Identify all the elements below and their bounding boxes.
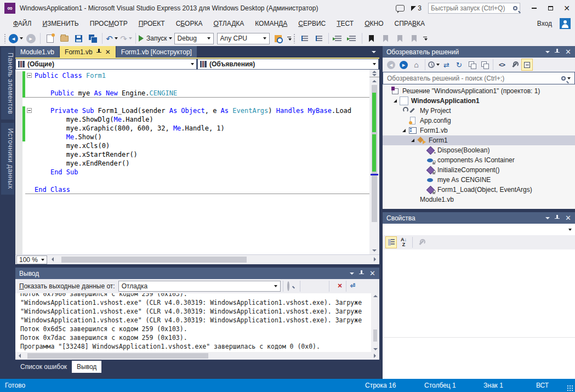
uncomment-button[interactable] (346, 32, 359, 45)
output-horizontal-scrollbar[interactable] (15, 352, 379, 360)
configuration-combo[interactable]: Debug (174, 33, 214, 44)
expand-arrow-icon[interactable] (411, 139, 414, 142)
code-editor[interactable]: Public Class Form1 Public mye As New Eng… (15, 70, 379, 254)
split-window-handle[interactable] (369, 70, 379, 77)
doc-tab[interactable]: Module1.vb (15, 46, 59, 58)
open-file-button[interactable] (58, 32, 71, 45)
scrollbar-thumb[interactable] (27, 353, 208, 359)
properties-object-combo[interactable] (383, 224, 575, 235)
doc-tab[interactable]: Form1.vb [Конструктор] (116, 46, 197, 58)
tree-item[interactable]: Решение "WindowsApplication1" (проектов:… (383, 86, 575, 96)
side-tab[interactable]: Панель элементов (1, 47, 14, 120)
save-button[interactable] (72, 32, 85, 45)
code-line[interactable]: Me.Show() (15, 133, 369, 141)
code-line[interactable]: mye.xGraphic(800, 600, 32, Me.Handle, 1) (15, 124, 369, 133)
code-empty-area[interactable] (15, 194, 369, 254)
platform-combo[interactable]: Any CPU (217, 33, 270, 44)
property-pages-button[interactable] (415, 236, 427, 248)
toolbar-grip[interactable] (4, 33, 7, 43)
find-in-files-button[interactable] (272, 32, 285, 45)
scroll-left-arrow[interactable] (19, 354, 21, 358)
account-avatar-icon[interactable] (560, 18, 571, 29)
indent-increase-button[interactable] (312, 32, 326, 45)
close-icon[interactable]: ✕ (565, 214, 571, 221)
tree-item[interactable]: App.config (383, 116, 575, 126)
members-dropdown[interactable]: (Объявления) (197, 59, 379, 70)
view-code-button[interactable]: <> (496, 59, 508, 71)
scroll-right-arrow[interactable] (374, 354, 376, 358)
next-bookmark-button[interactable] (394, 32, 407, 45)
tree-item[interactable]: Module1.vb (383, 195, 575, 204)
home-button[interactable]: ⌂ (411, 59, 422, 71)
start-debug-button[interactable]: Запуск (139, 32, 172, 45)
tree-item[interactable]: WindowsApplication1 (383, 96, 575, 106)
clear-all-icon[interactable]: ✕ (333, 282, 342, 290)
code-line[interactable] (15, 177, 369, 185)
scrollbar-thumb[interactable] (61, 257, 247, 263)
navigate-back-button[interactable]: ◂ (9, 32, 23, 45)
quick-launch-box[interactable] (428, 3, 520, 14)
scroll-up-arrow[interactable] (372, 80, 377, 82)
menu-item[interactable]: СБОРКА (170, 18, 208, 30)
alphabetical-button[interactable]: A↓Z (398, 236, 409, 248)
menu-item[interactable]: ПРОСМОТР (84, 18, 133, 30)
code-line[interactable]: mye.xEndRender() (15, 159, 369, 168)
close-icon[interactable]: ✕ (565, 48, 571, 55)
solution-explorer-header[interactable]: Обозреватель решений ✕ (383, 46, 575, 58)
pin-icon[interactable] (359, 270, 365, 276)
previous-message-icon[interactable] (304, 282, 313, 290)
properties-header[interactable]: Свойства ✕ (383, 212, 575, 224)
comment-button[interactable] (332, 32, 345, 45)
code-line[interactable]: mye.xStartRender() (15, 150, 369, 159)
code-lines[interactable]: Public Class Form1 Public mye As New Eng… (15, 70, 369, 254)
tree-item[interactable]: My Project (383, 106, 575, 116)
solution-search-box[interactable]: Обозреватель решений - поиск (Ctrl+;) (383, 72, 575, 84)
close-icon[interactable]: ✕ (105, 49, 111, 55)
notifications-button[interactable]: 3 (411, 4, 422, 12)
types-dropdown[interactable]: (Общие) (15, 59, 197, 70)
collapse-toggle[interactable] (27, 108, 32, 113)
clear-bookmarks-button[interactable] (408, 32, 421, 45)
next-message-icon[interactable] (316, 282, 325, 290)
code-line[interactable]: mye.ShowDlg(Me.Handle) (15, 115, 369, 124)
sign-in-link[interactable]: Вход (537, 20, 552, 27)
tree-item[interactable]: components As IContainer (383, 155, 575, 165)
navigate-forward-button[interactable]: ▸ (24, 32, 37, 45)
collapse-all-button[interactable] (521, 59, 533, 71)
editor-horizontal-scrollbar[interactable] (47, 255, 379, 264)
menu-item[interactable]: СЕРВИС (293, 18, 331, 30)
code-line[interactable]: End Class (15, 185, 369, 194)
editor-vertical-scrollbar[interactable] (369, 70, 379, 254)
expand-arrow-icon[interactable] (402, 129, 406, 132)
menu-item[interactable]: КОМАНДА (249, 18, 293, 30)
categorized-button[interactable] (385, 236, 397, 248)
tree-item[interactable]: *Dispose(Boolean) (383, 145, 575, 155)
menu-item[interactable]: ИЗМЕНИТЬ (37, 18, 84, 30)
close-icon[interactable]: ✕ (369, 270, 375, 277)
toolbar-overflow-button[interactable] (287, 37, 292, 41)
scrollbar-thumb[interactable] (373, 329, 377, 342)
menu-item[interactable]: СПРАВКА (389, 18, 431, 30)
code-line[interactable] (15, 80, 369, 89)
window-position-icon[interactable] (545, 217, 550, 219)
code-line[interactable]: Private Sub Form1_Load(sender As Object,… (15, 106, 369, 115)
properties-button[interactable] (509, 59, 520, 71)
pin-icon[interactable] (555, 215, 560, 221)
solution-tree[interactable]: Решение "WindowsApplication1" (проектов:… (383, 84, 575, 209)
menu-item[interactable]: ОКНО (359, 18, 389, 30)
pending-changes-filter-button[interactable] (428, 59, 440, 71)
new-file-button[interactable] (43, 32, 56, 45)
window-position-icon[interactable] (545, 51, 550, 53)
tab-list-dropdown[interactable] (372, 46, 379, 58)
find-message-icon[interactable] (287, 282, 296, 290)
menu-item[interactable]: ОТЛАДКА (208, 18, 249, 30)
properties-grid[interactable] (383, 249, 575, 379)
feedback-icon[interactable] (396, 5, 405, 12)
back-button[interactable]: ◂ (385, 59, 397, 71)
previous-bookmark-button[interactable] (379, 32, 392, 45)
pin-icon[interactable] (96, 49, 102, 55)
close-button[interactable]: ✕ (559, 2, 575, 15)
toolbar-overflow-button-2[interactable] (423, 37, 428, 41)
quick-launch-input[interactable] (431, 4, 513, 12)
redo-button[interactable]: ↷ (119, 32, 133, 45)
